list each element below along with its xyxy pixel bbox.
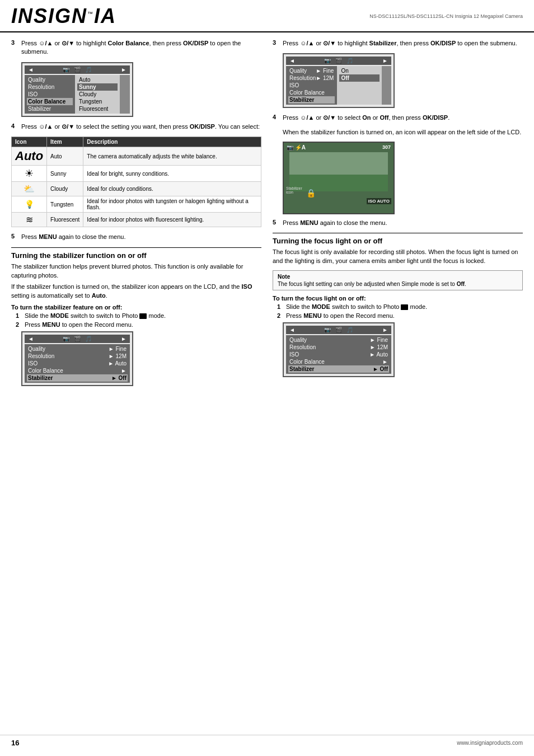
step-text: Press ☺/▲ or ⊙/▼ to highlight Stabilizer…: [283, 39, 523, 48]
list-text: Press MENU to open the Record menu.: [25, 321, 133, 328]
submenu-item-sunny: Sunny: [77, 83, 118, 91]
lcd-ground: [289, 175, 388, 191]
list-text: Slide the MODE switch to switch to Photo…: [286, 303, 427, 310]
item-cell: Tungsten: [47, 196, 83, 213]
menu-arrow-right: ►: [121, 67, 127, 73]
submenu: On Off: [337, 66, 382, 105]
menu-item-color-balance: Color Balance: [27, 98, 73, 105]
item-cell: Cloudy: [47, 182, 83, 196]
step-text: Press MENU again to close the menu.: [21, 233, 261, 241]
note-title: Note: [278, 274, 518, 280]
menu-item: Quality: [27, 76, 73, 83]
menu-item-stabilizer: Stabilizer: [288, 96, 335, 104]
list-num: 2: [16, 321, 22, 328]
menu-items: Quality► Fine Resolution► 12M ISO► Auto …: [286, 335, 391, 374]
list-num: 1: [16, 312, 22, 319]
stabilizer-body-2: If the stabilizer function is turned on,…: [11, 283, 261, 300]
menu-item-stabilizer: Stabilizer► Off: [27, 374, 128, 382]
submenu-item: Fluorescent: [77, 105, 118, 112]
item-cell: Auto: [47, 147, 83, 166]
menu-body: Quality► Fine Resolution► 12M ISO► Auto …: [25, 344, 130, 383]
step-3-right: 3 Press ☺/▲ or ⊙/▼ to highlight Stabiliz…: [273, 39, 523, 48]
col-item: Item: [47, 137, 83, 147]
step-4-right-body: When the stabilizer function is turned o…: [273, 128, 523, 137]
stabilizer-label: Stabilizericon: [286, 186, 302, 194]
stabilizer-step-2: 2 Press MENU to open the Record menu.: [11, 321, 261, 328]
stabilizer-icon: 🔒: [306, 189, 316, 198]
menu-header: ◄ 📷 🎬 🎵 ►: [286, 57, 391, 65]
menu-icons: 📷 🎬 🎵: [324, 327, 354, 333]
note-text: The focus light setting can only be adju…: [278, 281, 518, 287]
menu-item: Color Balance►: [27, 367, 128, 374]
menu-items: Quality Resolution ISO Color Balance Sta…: [25, 75, 75, 114]
desc-cell: Ideal for cloudy conditions.: [83, 182, 261, 196]
step-text: Press MENU again to close the menu.: [283, 219, 523, 227]
stabilizer-section-heading: Turning the stabilizer function on or of…: [11, 247, 261, 260]
camera-menu-4: ◄ 📷 🎬 🎵 ► Quality► Fine Resolution► 12M …: [283, 322, 395, 377]
stabilizer-body-1: The stabilizer function helps prevent bl…: [11, 262, 261, 280]
menu-item: Color Balance: [288, 89, 335, 96]
submenu-item: Auto: [77, 76, 118, 83]
list-text: Slide the MODE switch to switch to Photo…: [25, 312, 166, 319]
camera-menu-1: ◄ 📷 🎬 🎵 ► Quality Resolution ISO Color B…: [21, 62, 133, 117]
camera-menu-2: ◄ 📷 🎬 🎵 ► Quality► Fine Resolution► 12M …: [21, 331, 133, 386]
camera-icon: [401, 304, 408, 310]
menu-icons: 📷 🎬 🎵: [324, 58, 354, 64]
submenu-item: Tungsten: [77, 98, 118, 105]
menu-icons: 📷 🎬 🎵: [63, 67, 92, 73]
logo: INSIGN™IA: [11, 4, 116, 28]
camera-menu-3: ◄ 📷 🎬 🎵 ► Quality► Fine Resolution► 12M …: [283, 53, 395, 108]
table-row: ⛅ Cloudy Ideal for cloudy conditions.: [12, 182, 261, 196]
page-footer: 16 www.insigniaproducts.com: [0, 735, 534, 750]
page-number: 16: [11, 739, 19, 747]
lcd-sky: [289, 152, 388, 175]
menu-items: Quality► Fine Resolution► 12M ISO► Auto …: [25, 344, 130, 383]
menu-arrow-right: ►: [382, 327, 388, 333]
menu-arrow-left: ◄: [28, 67, 34, 73]
list-num: 2: [277, 312, 284, 319]
step-num: 3: [11, 39, 19, 57]
menu-item: Quality► Fine: [27, 345, 128, 353]
footer-url: www.insigniaproducts.com: [457, 740, 523, 746]
menu-header: ◄ 📷 🎬 🎵 ►: [25, 65, 130, 74]
lcd-shot-count: 307: [382, 144, 391, 150]
menu-arrow-right: ►: [121, 336, 127, 342]
table-row: 💡 Tungsten Ideal for indoor photos with …: [12, 196, 261, 213]
menu-item: Stabilizer: [27, 105, 73, 112]
item-cell: Fluorescent: [47, 213, 83, 227]
menu-body: Quality► Fine Resolution► 12M ISO Color …: [286, 66, 391, 105]
stabilizer-step-1: 1 Slide the MODE switch to switch to Pho…: [11, 312, 261, 319]
step-4-left: 4 Press ☺/▲ or ⊙/▼ to select the setting…: [11, 123, 261, 131]
trademark: ™: [87, 11, 94, 17]
submenu-item: Cloudy: [77, 91, 118, 98]
menu-item: ISO► Auto: [27, 360, 128, 367]
desc-cell: Ideal for indoor photos with fluorescent…: [83, 213, 261, 227]
menu-body: Quality► Fine Resolution► 12M ISO► Auto …: [286, 335, 391, 374]
step-text: Press ☺/▲ or ⊙/▼ to highlight Color Bala…: [21, 39, 261, 57]
desc-cell: Ideal for bright, sunny conditions.: [83, 166, 261, 182]
menu-body: Quality Resolution ISO Color Balance Sta…: [25, 75, 130, 114]
lcd-mode-icon: 📷 ⚡A: [287, 144, 306, 151]
icon-cell: ≋: [12, 213, 47, 227]
menu-arrow-left: ◄: [28, 336, 34, 342]
menu-icons: 📷 🎬 🎵: [63, 336, 92, 342]
stabilizer-sub-heading: To turn the stabilizer feature on or off…: [11, 304, 261, 311]
menu-item: Resolution► 12M: [288, 74, 335, 82]
menu-item: Resolution► 12M: [288, 344, 389, 351]
desc-cell: The camera automatically adjusts the whi…: [83, 147, 261, 166]
right-column: 3 Press ☺/▲ or ⊙/▼ to highlight Stabiliz…: [273, 39, 523, 392]
col-desc: Description: [83, 137, 261, 147]
icon-cell: Auto: [12, 147, 47, 166]
list-text: Press MENU to open the Record menu.: [286, 312, 395, 319]
step-5-right: 5 Press MENU again to close the menu.: [273, 219, 523, 227]
icon-cell: 💡: [12, 196, 47, 213]
submenu-item-on: On: [339, 67, 380, 74]
menu-items: Quality► Fine Resolution► 12M ISO Color …: [286, 66, 337, 105]
step-num: 4: [11, 123, 19, 131]
menu-item: ISO: [288, 82, 335, 89]
lcd-top-bar: 📷 ⚡A 307: [284, 143, 394, 152]
menu-arrow-left: ◄: [289, 58, 295, 64]
menu-header: ◄ 📷 🎬 🎵 ►: [286, 326, 391, 334]
menu-item: Quality► Fine: [288, 336, 389, 344]
focus-step-1: 1 Slide the MODE switch to switch to Pho…: [273, 303, 523, 310]
